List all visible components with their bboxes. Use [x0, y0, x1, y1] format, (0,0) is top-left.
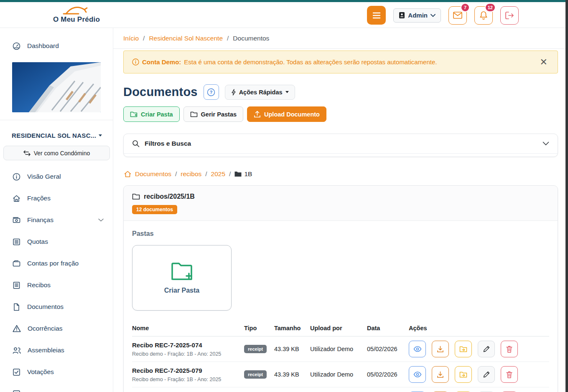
sidebar-item-votacoes[interactable]: Votações	[0, 367, 113, 377]
receipt-icon	[13, 281, 20, 289]
download-icon	[437, 346, 444, 353]
close-icon[interactable]: ✕	[538, 56, 549, 68]
manage-folders-label: Gerir Pastas	[201, 111, 237, 118]
folder-move-icon	[459, 372, 467, 378]
building-photo[interactable]	[12, 62, 101, 112]
window-scrollbar[interactable]	[565, 0, 568, 392]
folder-crumb-recibos[interactable]: recibos	[181, 170, 201, 178]
breadcrumb-current: Documentos	[233, 35, 269, 42]
breadcrumb-separator: /	[143, 35, 145, 42]
sidebar-item-label: Contas por fração	[27, 260, 79, 267]
lightning-icon	[231, 89, 236, 96]
download-button[interactable]	[432, 366, 449, 383]
person-badge-icon	[399, 12, 405, 19]
hamburger-icon	[372, 12, 381, 19]
app-logo[interactable]: O Meu Prédio	[45, 5, 108, 24]
sidebar-item-label: Documentos	[27, 303, 64, 311]
caret-down-icon	[285, 91, 289, 93]
sidebar-item-documentos[interactable]: Documentos	[0, 301, 113, 312]
folder-crumb-current-label: 1B	[244, 170, 252, 178]
filters-panel[interactable]: Filtros e Busca	[123, 134, 558, 157]
folder-crumb-separator: /	[205, 170, 207, 178]
document-size: 43.39 KB	[274, 371, 310, 378]
wallet-icon	[13, 260, 20, 268]
notifications-button[interactable]: 12	[474, 6, 493, 25]
sidebar-item-contas-por-fracao[interactable]: Contas por fração	[0, 258, 113, 269]
column-header-tamanho: Tamanho	[274, 325, 310, 331]
breadcrumb-condo-link[interactable]: Residencial Sol Nascente	[149, 35, 223, 42]
folder-card-header: recibos/2025/1B 12 documentos	[124, 186, 558, 221]
chevron-down-icon	[98, 218, 104, 222]
demo-banner-text: Conta Demo: Esta é uma conta de demonstr…	[132, 58, 437, 66]
notifications-count-badge: 12	[485, 3, 496, 12]
create-folder-button[interactable]: Criar Pasta	[123, 106, 180, 122]
edit-button[interactable]	[478, 341, 495, 357]
condo-selector[interactable]: RESIDENCIAL SOL NASC...	[0, 120, 113, 139]
menu-toggle-button[interactable]	[367, 6, 386, 25]
edit-button[interactable]	[478, 366, 495, 383]
file-icon	[13, 303, 20, 311]
download-button[interactable]	[432, 341, 449, 357]
warning-triangle-icon	[13, 325, 21, 332]
delete-button[interactable]	[501, 341, 518, 357]
create-folder-label: Criar Pasta	[141, 111, 173, 118]
pencil-icon	[483, 371, 490, 378]
move-to-folder-button[interactable]	[455, 341, 472, 357]
admin-dropdown[interactable]: Admin	[393, 8, 441, 23]
info-circle-icon	[132, 58, 139, 66]
sidebar-item-label: Ocorrências	[28, 325, 63, 332]
view-button[interactable]	[409, 366, 426, 383]
chevron-down-icon[interactable]	[543, 142, 549, 146]
pencil-icon	[483, 346, 490, 352]
column-header-upload-por: Upload por	[310, 325, 367, 331]
folder-plus-icon	[171, 262, 193, 281]
sidebar-item-partial[interactable]	[0, 388, 113, 392]
sidebar-item-visao-geral[interactable]: Visão Geral	[0, 171, 113, 182]
sidebar-item-quotas[interactable]: Quotas	[0, 236, 113, 247]
sidebar-item-ocorrencias[interactable]: Ocorrências	[0, 323, 113, 334]
chevron-down-icon	[430, 14, 436, 17]
table-row: Recibo REC-7-2025-074 Recibo demo - Fraç…	[132, 336, 549, 362]
quick-actions-dropdown[interactable]: Ações Rápidas	[225, 85, 295, 100]
swap-arrows-icon	[23, 150, 31, 156]
sidebar-item-dashboard[interactable]: Dashboard	[0, 40, 113, 51]
view-as-condomino-button[interactable]: Ver como Condómino	[3, 146, 110, 160]
demo-banner-title: Conta Demo:	[142, 58, 181, 66]
folder-crumb-current: 1B	[234, 170, 252, 178]
trash-icon	[506, 371, 512, 378]
sidebar-item-recibos[interactable]: Recibos	[0, 280, 113, 291]
breadcrumb-home-link[interactable]: Início	[123, 35, 139, 42]
create-folder-tile[interactable]: Criar Pasta	[132, 245, 232, 311]
folder-crumb-root[interactable]: Documentos	[135, 170, 171, 178]
main-area: Início / Residencial Sol Nascente / Docu…	[113, 28, 568, 392]
logout-button[interactable]	[500, 6, 519, 25]
sidebar-item-assembleias[interactable]: Assembleias	[0, 345, 113, 356]
list-card-icon	[13, 238, 20, 246]
folder-crumb-separator: /	[175, 170, 177, 178]
folder-move-icon	[459, 346, 467, 352]
document-type-badge: receipt	[244, 370, 267, 379]
sidebar-item-label: Votações	[27, 368, 54, 376]
view-button[interactable]	[409, 341, 426, 357]
document-subtitle: Recibo demo - Fração: 1B - Ano: 2025	[132, 351, 244, 357]
delete-button[interactable]	[501, 366, 518, 383]
upload-document-button[interactable]: Upload Documento	[247, 106, 326, 122]
admin-label: Admin	[408, 12, 428, 19]
messages-count-badge: 7	[461, 3, 470, 12]
manage-folders-button[interactable]: Gerir Pastas	[183, 106, 243, 122]
app-name: O Meu Prédio	[53, 15, 100, 23]
folder-filled-icon	[234, 171, 242, 177]
folder-crumb-2025[interactable]: 2025	[211, 170, 225, 178]
document-uploader: Utilizador Demo	[310, 371, 367, 378]
sidebar-item-label: Recibos	[27, 281, 51, 289]
folder-contents-card: recibos/2025/1B 12 documentos Pastas Cri…	[123, 185, 558, 392]
sidebar-item-financas[interactable]: Finanças	[0, 215, 113, 225]
top-teal-strip	[0, 0, 568, 2]
move-to-folder-button[interactable]	[455, 366, 472, 383]
messages-button[interactable]: 7	[448, 6, 467, 25]
help-button[interactable]: ?	[204, 84, 219, 100]
column-header-nome: Nome	[132, 325, 244, 331]
roof-icon	[60, 5, 93, 15]
folder-plus-icon	[130, 111, 138, 118]
sidebar-item-fracoes[interactable]: Frações	[0, 193, 113, 204]
